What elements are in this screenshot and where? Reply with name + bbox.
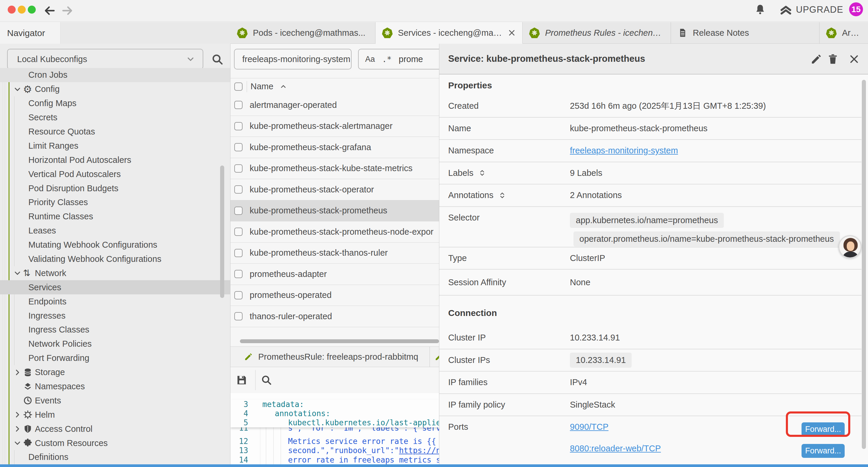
- table-row-kube-prometheus-stack-grafana[interactable]: kube-prometheus-stack-grafana: [230, 137, 439, 158]
- editor-tab-prometheusrule-freeleaps-prod-rabbitmq[interactable]: PrometheusRule: freeleaps-prod-rabbitmq: [230, 347, 430, 367]
- tab-navigator[interactable]: Navigator: [0, 22, 61, 44]
- horizontal-scrollbar[interactable]: [240, 339, 439, 343]
- table-row-thanos-ruler-operated[interactable]: thanos-ruler-operated: [230, 306, 439, 327]
- namespace-link[interactable]: freeleaps-monitoring-system: [570, 146, 678, 155]
- upgrade-button[interactable]: UPGRADE: [796, 0, 843, 20]
- table-row-kube-prometheus-stack-kube-state-metrics[interactable]: kube-prometheus-stack-kube-state-metrics: [230, 158, 439, 179]
- close-window-button[interactable]: [8, 6, 16, 13]
- table-row-kube-prometheus-stack-alertmanager[interactable]: kube-prometheus-stack-alertmanager: [230, 116, 439, 137]
- row-checkbox[interactable]: [234, 207, 243, 215]
- row-checkbox[interactable]: [234, 101, 243, 109]
- tab-argo-se[interactable]: Argo Se: [819, 22, 868, 44]
- zoom-window-button[interactable]: [28, 6, 36, 13]
- name-column-header[interactable]: Name: [247, 81, 287, 92]
- sidebar-item-resource-quotas[interactable]: Resource Quotas: [0, 125, 230, 139]
- sidebar-item-limit-ranges[interactable]: Limit Ranges: [0, 139, 230, 153]
- table-row-kube-prometheus-stack-prometheus-node-expor[interactable]: kube-prometheus-stack-prometheus-node-ex…: [230, 222, 439, 243]
- sidebar-item-label: Endpoints: [28, 297, 66, 307]
- row-checkbox[interactable]: [234, 164, 243, 173]
- sidebar-item-config[interactable]: ⚙Config: [0, 82, 230, 96]
- sidebar-item-endpoints[interactable]: Endpoints: [0, 294, 230, 309]
- table-row-prometheus-adapter[interactable]: prometheus-adapter: [230, 264, 439, 285]
- detail-label-text: Annotations: [448, 191, 493, 200]
- avatar[interactable]: [838, 235, 862, 258]
- sidebar-item-custom-resources[interactable]: Custom Resources: [0, 436, 230, 450]
- sidebar-item-events[interactable]: Events: [0, 393, 230, 408]
- row-checkbox[interactable]: [234, 228, 243, 236]
- filter-input[interactable]: Aa .* prome: [358, 49, 439, 69]
- tab-prometheus-rules-icecheng[interactable]: Prometheus Rules - icecheng...: [523, 22, 671, 44]
- namespace-selector[interactable]: freeleaps-monitoring-system: [234, 49, 351, 69]
- sidebar-item-priority-classes[interactable]: Priority Classes: [0, 195, 230, 209]
- sidebar-item-runtime-classes[interactable]: Runtime Classes: [0, 209, 230, 224]
- sidebar-item-access-control[interactable]: Access Control: [0, 422, 230, 436]
- table-row-kube-prometheus-stack-operator[interactable]: kube-prometheus-stack-operator: [230, 179, 439, 200]
- sidebar-item-pod-disruption-budgets[interactable]: Pod Disruption Budgets: [0, 181, 230, 195]
- sidebar-item-definitions[interactable]: Definitions: [0, 450, 230, 464]
- sidebar-item-namespaces[interactable]: Namespaces: [0, 380, 230, 394]
- row-checkbox[interactable]: [234, 291, 243, 299]
- sidebar-item-validating-webhook-configurations[interactable]: Validating Webhook Configurations: [0, 252, 230, 266]
- sidebar-item-port-forwarding[interactable]: Port Forwarding: [0, 351, 230, 365]
- row-checkbox[interactable]: [234, 312, 243, 320]
- detail-label-text: Labels: [448, 168, 473, 178]
- select-all-checkbox[interactable]: [234, 83, 243, 91]
- row-checkbox[interactable]: [234, 249, 243, 257]
- sidebar-item-mutating-webhook-configurations[interactable]: Mutating Webhook Configurations: [0, 238, 230, 252]
- trash-icon[interactable]: [827, 53, 839, 65]
- close-icon[interactable]: [507, 28, 516, 37]
- chevron-right-icon: [12, 425, 23, 433]
- kubeconfig-selector[interactable]: Local Kubeconfigs: [7, 49, 203, 69]
- bell-icon[interactable]: [754, 3, 766, 16]
- sidebar-item-storage[interactable]: Storage: [0, 365, 230, 380]
- table-row-prometheus-operated[interactable]: prometheus-operated: [230, 285, 439, 306]
- tab-services-icecheng-math[interactable]: Services - icecheng@math...: [375, 22, 523, 44]
- tab-release-notes[interactable]: Release Notes: [671, 22, 819, 44]
- sidebar-item-network[interactable]: ⇅Network: [0, 266, 230, 280]
- row-checkbox[interactable]: [234, 270, 243, 278]
- sort-updown-icon[interactable]: [498, 191, 506, 200]
- sort-updown-icon[interactable]: [478, 169, 486, 177]
- pencil-icon[interactable]: [810, 53, 822, 65]
- editor-tab-partial[interactable]: [430, 347, 439, 367]
- sidebar-item-ingresses[interactable]: Ingresses: [0, 309, 230, 323]
- search-icon[interactable]: [260, 374, 272, 386]
- back-button[interactable]: [43, 4, 56, 17]
- sidebar-item-network-policies[interactable]: Network Policies: [0, 337, 230, 351]
- row-checkbox[interactable]: [234, 122, 243, 130]
- sidebar-item-leases[interactable]: Leases: [0, 224, 230, 238]
- yaml-editor[interactable]: 11s", "for": "1m", "labels": {"service":…: [230, 393, 439, 464]
- match-case-toggle[interactable]: Aa: [365, 55, 375, 64]
- forward-button[interactable]: Forward...: [802, 444, 845, 458]
- sidebar-item-horizontal-pod-autoscalers[interactable]: Horizontal Pod Autoscalers: [0, 153, 230, 167]
- table-row-kube-prometheus-stack-prometheus[interactable]: kube-prometheus-stack-prometheus: [230, 200, 439, 222]
- regex-toggle[interactable]: .*: [382, 55, 392, 64]
- sidebar-item-secrets[interactable]: Secrets: [0, 111, 230, 125]
- save-icon[interactable]: [236, 374, 248, 386]
- row-checkbox[interactable]: [234, 143, 243, 151]
- sidebar-scrollbar[interactable]: [220, 166, 224, 298]
- table-row-alertmanager-operated[interactable]: alertmanager-operated: [230, 95, 439, 116]
- forward-button[interactable]: [61, 4, 74, 17]
- sidebar-item-helm[interactable]: Helm: [0, 408, 230, 422]
- detail-value: 10.233.14.91: [570, 353, 862, 368]
- minimize-window-button[interactable]: [18, 6, 26, 13]
- row-checkbox[interactable]: [234, 185, 243, 194]
- sidebar-item-services[interactable]: Services: [0, 280, 230, 294]
- table-row-kube-prometheus-stack-thanos-ruler[interactable]: kube-prometheus-stack-thanos-ruler: [230, 243, 439, 264]
- detail-value: 253d 16h 6m ago (2025年1月13日 GMT+8 1:25:3…: [570, 100, 862, 112]
- detail-scrollbar[interactable]: [862, 80, 866, 449]
- upgrade-icon[interactable]: [779, 3, 793, 16]
- detail-value: None: [570, 278, 862, 287]
- sidebar-item-config-maps[interactable]: Config Maps: [0, 96, 230, 111]
- port-link[interactable]: 8080:reloader-web/TCP: [570, 444, 661, 454]
- sidebar-item-vertical-pod-autoscalers[interactable]: Vertical Pod Autoscalers: [0, 167, 230, 181]
- close-icon[interactable]: [848, 53, 860, 65]
- port-line: 8080:reloader-web/TCP: [439, 438, 862, 459]
- notification-badge[interactable]: 15: [849, 2, 863, 16]
- port-link[interactable]: 9090/TCP: [570, 422, 609, 432]
- sidebar-item-cron-jobs[interactable]: Cron Jobs: [0, 68, 230, 82]
- search-icon[interactable]: [211, 53, 224, 66]
- tab-pods-icecheng-mathmas[interactable]: Pods - icecheng@mathmas...: [230, 22, 375, 44]
- sidebar-item-ingress-classes[interactable]: Ingress Classes: [0, 323, 230, 337]
